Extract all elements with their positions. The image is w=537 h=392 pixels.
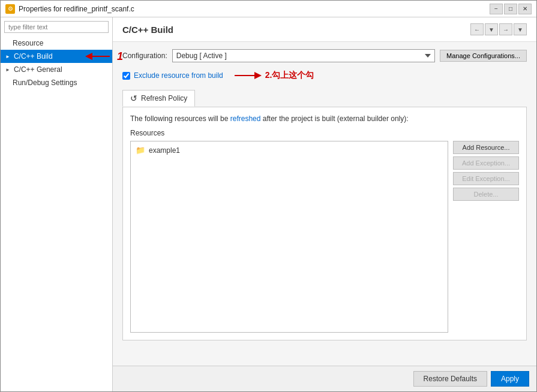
exclude-label[interactable]: Exclude resource from build	[134, 71, 223, 80]
close-button[interactable]: ✕	[518, 4, 532, 14]
description-text: The following resources will be refreshe…	[130, 114, 519, 123]
folder-icon: 📁	[136, 146, 145, 155]
exclude-row: Exclude resource from build 2.勾上这个勾	[122, 70, 527, 82]
title-bar-left: ⚙ Properties for redifine_printf_scanf.c	[5, 4, 134, 14]
refresh-icon: ↺	[130, 94, 137, 103]
nav-arrows: ← ▼ → ▼	[470, 23, 527, 35]
edit-exception-button[interactable]: Edit Exception...	[453, 172, 519, 185]
sidebar: Resource ► C/C++ Build	[1, 17, 113, 391]
panel-body: Configuration: Debug [ Active ] Manage C…	[113, 42, 536, 366]
step2-text: 2.勾上这个勾	[265, 70, 314, 81]
resource-item-label: example1	[149, 146, 180, 155]
expand-arrow-cpp-build: ►	[5, 54, 10, 59]
step2-arrow-svg	[232, 70, 262, 82]
resources-label: Resources	[130, 129, 519, 137]
right-panel: C/C++ Build ← ▼ → ▼ Configuration: Debug…	[113, 17, 536, 391]
sidebar-item-cpp-build-container: ► C/C++ Build 1	[1, 50, 112, 63]
panel-header: C/C++ Build ← ▼ → ▼	[113, 17, 536, 42]
sidebar-item-cpp-general-label: C/C++ General	[14, 65, 62, 74]
resource-item-example1[interactable]: 📁 example1	[133, 144, 445, 156]
window-icon: ⚙	[5, 4, 15, 14]
delete-button[interactable]: Delete...	[453, 188, 519, 201]
minimize-button[interactable]: −	[490, 4, 503, 14]
tab-label: Refresh Policy	[141, 94, 187, 102]
filter-input[interactable]	[4, 21, 109, 33]
refresh-policy-tab[interactable]: ↺ Refresh Policy	[122, 90, 195, 107]
add-resource-button[interactable]: Add Resource...	[453, 141, 519, 154]
title-bar-controls: − □ ✕	[490, 4, 532, 14]
restore-defaults-button[interactable]: Restore Defaults	[413, 371, 487, 387]
action-buttons: Add Resource... Add Exception... Edit Ex…	[453, 141, 519, 333]
sidebar-item-cpp-build[interactable]: ► C/C++ Build	[1, 50, 112, 63]
window-title: Properties for redifine_printf_scanf.c	[19, 5, 134, 13]
back-button[interactable]: ←	[470, 23, 484, 35]
sidebar-item-resource[interactable]: Resource	[1, 37, 112, 50]
sidebar-item-run-debug-label: Run/Debug Settings	[13, 79, 77, 87]
tabs-row: ↺ Refresh Policy	[122, 90, 527, 107]
main-content: Resource ► C/C++ Build	[1, 17, 536, 391]
add-exception-button[interactable]: Add Exception...	[453, 156, 519, 170]
panel-title: C/C++ Build	[122, 25, 173, 35]
resources-section: 📁 example1 Add Resource... Add Exception…	[130, 141, 519, 333]
forward-dropdown-button[interactable]: ▼	[514, 23, 527, 35]
forward-button[interactable]: →	[499, 23, 512, 35]
sidebar-item-cpp-build-label: C/C++ Build	[14, 52, 53, 61]
config-select[interactable]: Debug [ Active ]	[172, 49, 435, 62]
nav-dropdown-button[interactable]: ▼	[485, 23, 498, 35]
exclude-checkbox[interactable]	[122, 72, 130, 80]
maximize-button[interactable]: □	[504, 4, 517, 14]
tab-content: The following resources will be refreshe…	[122, 107, 527, 340]
refreshed-word: refreshed	[230, 114, 261, 123]
resources-list-container: 📁 example1	[130, 141, 448, 333]
footer: Restore Defaults Apply	[113, 366, 536, 391]
config-label: Configuration:	[122, 52, 167, 60]
resources-list: 📁 example1	[130, 141, 448, 333]
manage-configurations-button[interactable]: Manage Configurations...	[440, 50, 527, 62]
step2-annotation: 2.勾上这个勾	[232, 70, 314, 82]
sidebar-item-run-debug[interactable]: Run/Debug Settings	[1, 76, 112, 89]
config-row: Configuration: Debug [ Active ] Manage C…	[122, 49, 527, 62]
apply-button[interactable]: Apply	[491, 371, 529, 387]
expand-arrow-cpp-general: ►	[5, 67, 10, 73]
sidebar-item-resource-label: Resource	[13, 39, 43, 47]
sidebar-item-cpp-general[interactable]: ► C/C++ General	[1, 63, 112, 76]
title-bar: ⚙ Properties for redifine_printf_scanf.c…	[1, 1, 536, 17]
main-window: ⚙ Properties for redifine_printf_scanf.c…	[0, 0, 537, 392]
